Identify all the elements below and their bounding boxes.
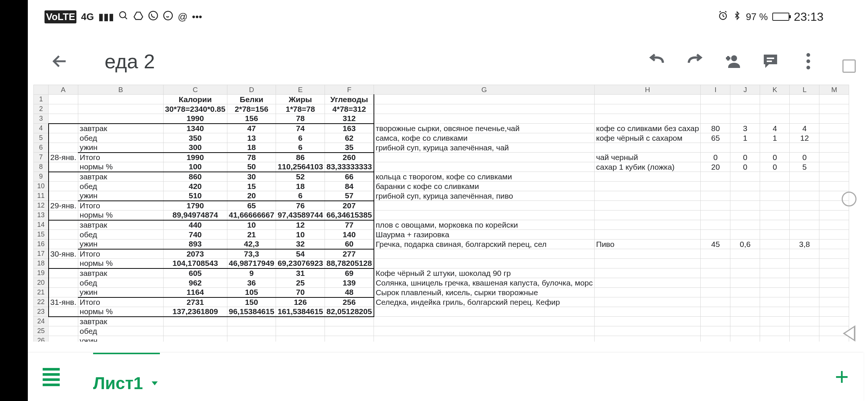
cell[interactable]: 6: [276, 143, 325, 153]
cell[interactable]: 12: [276, 220, 325, 230]
cell[interactable]: [595, 95, 701, 104]
cell[interactable]: 440: [163, 220, 227, 230]
cell[interactable]: [595, 259, 701, 268]
cell[interactable]: 260: [325, 153, 374, 162]
cell[interactable]: 31-янв.: [49, 297, 78, 307]
cell[interactable]: Сырок плавленый, кисель, сырки творожные: [374, 288, 595, 297]
cell[interactable]: [701, 172, 730, 182]
cell[interactable]: [760, 268, 790, 278]
cell[interactable]: [790, 104, 819, 114]
column-header[interactable]: F: [325, 85, 374, 95]
cell[interactable]: [374, 201, 595, 211]
cell[interactable]: завтрак: [78, 220, 163, 230]
document-title[interactable]: еда 2: [105, 50, 155, 73]
cell[interactable]: баранки с кофе со сливками: [374, 182, 595, 191]
row-header[interactable]: 17: [34, 249, 49, 259]
cell[interactable]: 65: [701, 133, 730, 143]
cell[interactable]: [760, 182, 790, 191]
cell[interactable]: 256: [325, 297, 374, 307]
cell[interactable]: [595, 268, 701, 278]
cell[interactable]: [730, 211, 760, 220]
cell[interactable]: 78: [276, 114, 325, 124]
column-header[interactable]: D: [227, 85, 276, 95]
cell[interactable]: 31: [276, 268, 325, 278]
cell[interactable]: Шаурма + газировка: [374, 230, 595, 239]
cell[interactable]: [163, 336, 227, 342]
column-header[interactable]: I: [701, 85, 730, 95]
row-header[interactable]: 9: [34, 172, 49, 182]
cell[interactable]: 1790: [163, 201, 227, 211]
cell[interactable]: 13: [227, 133, 276, 143]
cell[interactable]: 3,8: [790, 239, 819, 249]
cell[interactable]: [730, 182, 760, 191]
cell[interactable]: 1: [760, 133, 790, 143]
cell[interactable]: [701, 326, 730, 336]
cell[interactable]: 126: [276, 297, 325, 307]
cell[interactable]: 277: [325, 249, 374, 259]
row-header[interactable]: 25: [34, 326, 49, 336]
cell[interactable]: [595, 317, 701, 326]
cell[interactable]: 74: [276, 124, 325, 133]
cell[interactable]: 48: [325, 288, 374, 297]
cell[interactable]: [595, 114, 701, 124]
row-header[interactable]: 7: [34, 153, 49, 162]
cell[interactable]: 42,3: [227, 239, 276, 249]
cell[interactable]: [760, 211, 790, 220]
cell[interactable]: [49, 143, 78, 153]
row-header[interactable]: 23: [34, 307, 49, 317]
cell[interactable]: [790, 201, 819, 211]
row-header[interactable]: 22: [34, 297, 49, 307]
cell[interactable]: [78, 104, 163, 114]
cell[interactable]: 1340: [163, 124, 227, 133]
cell[interactable]: [730, 143, 760, 153]
cell[interactable]: [227, 326, 276, 336]
cell[interactable]: 88,78205128: [325, 259, 374, 268]
cell[interactable]: [78, 114, 163, 124]
cell[interactable]: [374, 249, 595, 259]
cell[interactable]: ужин: [78, 239, 163, 249]
cell[interactable]: [730, 172, 760, 182]
cell[interactable]: 9: [227, 268, 276, 278]
cell[interactable]: [730, 317, 760, 326]
cell[interactable]: Итого: [78, 249, 163, 259]
cell[interactable]: [760, 201, 790, 211]
cell[interactable]: [790, 182, 819, 191]
cell[interactable]: [730, 95, 760, 104]
row-header[interactable]: 3: [34, 114, 49, 124]
cell[interactable]: [227, 317, 276, 326]
cell[interactable]: [790, 249, 819, 259]
row-header[interactable]: 14: [34, 220, 49, 230]
cell[interactable]: 0: [760, 153, 790, 162]
cell[interactable]: 4: [760, 124, 790, 133]
row-header[interactable]: 10: [34, 182, 49, 191]
cell[interactable]: [760, 230, 790, 239]
cell[interactable]: [760, 297, 790, 307]
cell[interactable]: [276, 326, 325, 336]
cell[interactable]: 18: [276, 182, 325, 191]
cell[interactable]: 3: [730, 124, 760, 133]
cell[interactable]: [790, 326, 819, 336]
cell[interactable]: кольца с творогом, кофе со сливками: [374, 172, 595, 182]
cell[interactable]: 2073: [163, 249, 227, 259]
row-header[interactable]: 24: [34, 317, 49, 326]
cell[interactable]: 57: [325, 191, 374, 201]
corner-cell[interactable]: [34, 85, 49, 95]
cell[interactable]: [760, 143, 790, 153]
comments-button[interactable]: [757, 48, 783, 74]
column-header[interactable]: G: [374, 85, 595, 95]
cell[interactable]: 30*78=2340*0.85: [163, 104, 227, 114]
cell[interactable]: 137,2361809: [163, 307, 227, 317]
cell[interactable]: Итого: [78, 153, 163, 162]
row-header[interactable]: 12: [34, 201, 49, 211]
cell[interactable]: 962: [163, 278, 227, 288]
cell[interactable]: 82,05128205: [325, 307, 374, 317]
cell[interactable]: 104,1708543: [163, 259, 227, 268]
cell[interactable]: [701, 268, 730, 278]
cell[interactable]: кофе со сливками без сахар: [595, 124, 701, 133]
cell[interactable]: Солянка, шницель гречка, квашеная капуст…: [374, 278, 595, 288]
cell[interactable]: [374, 153, 595, 162]
cell[interactable]: [595, 278, 701, 288]
cell[interactable]: [790, 336, 819, 342]
cell[interactable]: [730, 114, 760, 124]
cell[interactable]: [701, 288, 730, 297]
